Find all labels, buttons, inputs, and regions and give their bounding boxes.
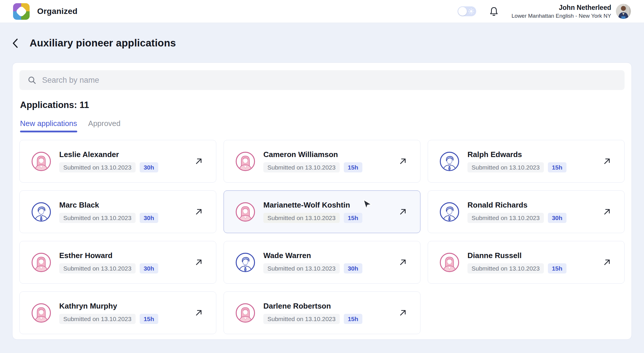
- applicant-name: Esther Howard: [59, 251, 158, 260]
- applicant-name: Kathryn Murphy: [59, 302, 158, 311]
- sun-icon: [468, 8, 474, 15]
- application-card[interactable]: Darlene Robertson Submitted on 13.10.202…: [224, 291, 420, 334]
- tabs: New applications Approved: [20, 119, 625, 132]
- hours-badge: 15h: [548, 162, 566, 172]
- search-bar[interactable]: [19, 70, 625, 90]
- submitted-date-badge: Submitted on 13.10.2023: [59, 263, 136, 273]
- hours-badge: 30h: [140, 263, 158, 273]
- theme-toggle[interactable]: [458, 6, 476, 16]
- submitted-date-badge: Submitted on 13.10.2023: [59, 162, 136, 172]
- avatar-female-icon: [235, 202, 255, 222]
- tab-approved[interactable]: Approved: [88, 119, 120, 132]
- open-application-icon[interactable]: [194, 207, 203, 216]
- search-input[interactable]: [42, 76, 616, 85]
- hours-badge: 15h: [344, 314, 362, 324]
- user-name: John Netherleed: [512, 3, 611, 12]
- applicant-name: Wade Warren: [263, 251, 362, 260]
- application-card[interactable]: Leslie Alexander Submitted on 13.10.2023…: [19, 140, 216, 183]
- hours-badge: 30h: [140, 213, 158, 223]
- application-card[interactable]: Cameron Williamson Submitted on 13.10.20…: [224, 140, 420, 183]
- applicant-name: Marc Black: [59, 201, 158, 210]
- applicant-name: Cameron Williamson: [263, 150, 362, 159]
- avatar-male-icon: [440, 202, 459, 222]
- tab-new-applications[interactable]: New applications: [20, 119, 77, 132]
- submitted-date-badge: Submitted on 13.10.2023: [467, 263, 544, 273]
- hours-badge: 30h: [548, 213, 566, 223]
- avatar-female-icon: [31, 152, 51, 171]
- submitted-date-badge: Submitted on 13.10.2023: [59, 314, 136, 324]
- applications-count: Applications: 11: [20, 100, 625, 110]
- applicant-name: Marianette-Wolf Koshtin: [263, 201, 362, 210]
- user-congregation: Lower Manhattan English - New York NY: [512, 12, 611, 19]
- app-logo-icon: [13, 3, 30, 20]
- avatar-female-icon: [235, 303, 255, 323]
- applicant-name: Leslie Alexander: [59, 150, 158, 159]
- submitted-date-badge: Submitted on 13.10.2023: [263, 314, 340, 324]
- avatar-male-icon: [235, 253, 255, 272]
- application-card[interactable]: Esther Howard Submitted on 13.10.2023 30…: [19, 241, 216, 284]
- hours-badge: 15h: [548, 263, 566, 273]
- submitted-date-badge: Submitted on 13.10.2023: [467, 162, 544, 172]
- applicant-name: Dianne Russell: [467, 251, 566, 260]
- application-card[interactable]: Ralph Edwards Submitted on 13.10.2023 15…: [428, 140, 625, 183]
- hours-badge: 15h: [344, 162, 362, 172]
- application-card[interactable]: Dianne Russell Submitted on 13.10.2023 1…: [428, 241, 625, 284]
- user-avatar[interactable]: [616, 4, 631, 19]
- applications-panel: Applications: 11 New applications Approv…: [12, 62, 632, 340]
- user-info[interactable]: John Netherleed Lower Manhattan English …: [512, 3, 611, 19]
- open-application-icon[interactable]: [194, 258, 203, 267]
- avatar-female-icon: [440, 253, 459, 272]
- notifications-bell-icon[interactable]: [490, 6, 498, 16]
- hours-badge: 15h: [344, 213, 362, 223]
- avatar-female-icon: [235, 152, 255, 171]
- submitted-date-badge: Submitted on 13.10.2023: [59, 213, 136, 223]
- search-icon: [28, 76, 36, 84]
- open-application-icon[interactable]: [194, 157, 203, 166]
- applicant-name: Ralph Edwards: [467, 150, 566, 159]
- avatar-female-icon: [31, 303, 51, 323]
- application-card[interactable]: Marianette-Wolf Koshtin Submitted on 13.…: [224, 190, 420, 233]
- hours-badge: 30h: [140, 162, 158, 172]
- submitted-date-badge: Submitted on 13.10.2023: [263, 162, 340, 172]
- open-application-icon[interactable]: [602, 258, 611, 267]
- toggle-knob[interactable]: [458, 7, 467, 16]
- application-card[interactable]: Marc Black Submitted on 13.10.2023 30h: [19, 190, 216, 233]
- avatar-male-icon: [31, 202, 51, 222]
- application-card[interactable]: Kathryn Murphy Submitted on 13.10.2023 1…: [19, 291, 216, 334]
- hours-badge: 15h: [140, 314, 158, 324]
- open-application-icon[interactable]: [602, 157, 611, 166]
- open-application-icon[interactable]: [602, 207, 611, 216]
- open-application-icon[interactable]: [398, 157, 407, 166]
- submitted-date-badge: Submitted on 13.10.2023: [467, 213, 544, 223]
- application-card[interactable]: Wade Warren Submitted on 13.10.2023 30h: [224, 241, 420, 284]
- applicant-name: Darlene Robertson: [263, 302, 362, 311]
- open-application-icon[interactable]: [398, 258, 407, 267]
- applicant-name: Ronald Richards: [467, 201, 566, 210]
- hours-badge: 30h: [344, 263, 362, 273]
- page-title: Auxiliary pioneer applications: [30, 37, 176, 49]
- brand-name: Organized: [37, 7, 78, 16]
- submitted-date-badge: Submitted on 13.10.2023: [263, 263, 340, 273]
- submitted-date-badge: Submitted on 13.10.2023: [263, 213, 340, 223]
- applications-grid: Leslie Alexander Submitted on 13.10.2023…: [19, 140, 625, 334]
- application-card[interactable]: Ronald Richards Submitted on 13.10.2023 …: [428, 190, 625, 233]
- avatar-male-icon: [440, 152, 459, 171]
- brand: Organized: [13, 3, 78, 20]
- open-application-icon[interactable]: [194, 308, 203, 317]
- back-button[interactable]: [12, 37, 19, 49]
- avatar-female-icon: [31, 253, 51, 272]
- open-application-icon[interactable]: [398, 207, 407, 216]
- open-application-icon[interactable]: [398, 308, 407, 317]
- top-bar: Organized: [0, 0, 644, 23]
